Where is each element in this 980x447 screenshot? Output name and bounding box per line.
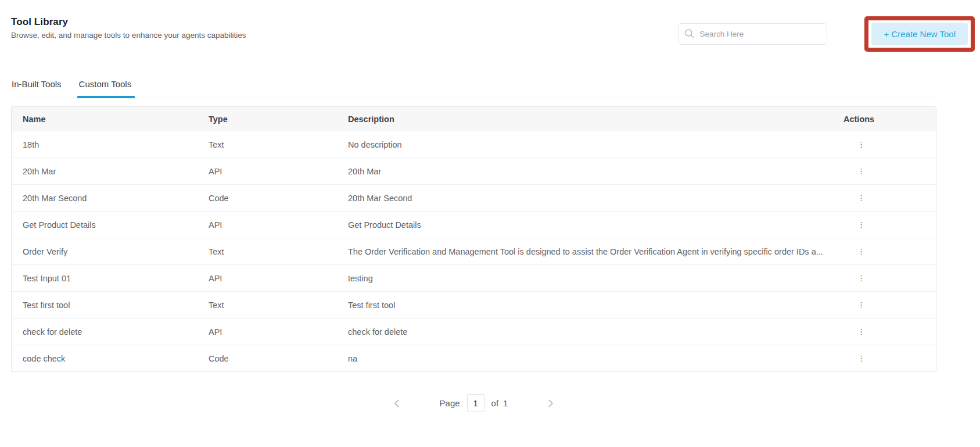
page-title: Tool Library	[11, 16, 246, 28]
table-row: 20th MarAPI20th Mar⋮	[12, 158, 936, 184]
tool-table-section: Name Type Description Actions 18thTextNo…	[11, 106, 936, 372]
actions-cell: ⋮	[843, 273, 925, 284]
page-subtitle: Browse, edit, and manage tools to enhanc…	[11, 31, 246, 40]
tool-type: API	[209, 274, 348, 283]
tool-name: code check	[23, 354, 209, 363]
actions-cell: ⋮	[843, 246, 925, 257]
tab-bar: In-Built Tools Custom Tools	[11, 79, 936, 98]
tool-name: 20th Mar Second	[23, 194, 209, 203]
table-row: Order VerifyTextThe Order Verification a…	[12, 238, 936, 264]
page-label: Page	[440, 398, 460, 408]
tool-name: Order Verify	[23, 247, 209, 256]
table-row: 18thTextNo description⋮	[12, 131, 936, 158]
page-number-input[interactable]	[467, 394, 484, 412]
tool-description: 20th Mar	[348, 167, 843, 176]
tool-description: The Order Verification and Management To…	[348, 247, 843, 256]
pagination: Page of 1	[11, 394, 936, 412]
column-header-type: Type	[209, 115, 348, 124]
actions-cell: ⋮	[843, 326, 925, 337]
actions-cell: ⋮	[843, 166, 925, 177]
column-header-actions: Actions	[843, 115, 925, 124]
row-actions-menu-icon[interactable]: ⋮	[854, 139, 868, 150]
row-actions-menu-icon[interactable]: ⋮	[854, 192, 868, 203]
tool-type: API	[209, 220, 348, 230]
table-row: Test Input 01APItesting⋮	[12, 264, 936, 291]
tool-description: No description	[348, 140, 843, 149]
row-actions-menu-icon[interactable]: ⋮	[854, 273, 868, 284]
column-header-name: Name	[23, 115, 209, 124]
actions-cell: ⋮	[843, 139, 925, 150]
tool-type: Text	[209, 301, 348, 310]
of-label: of	[491, 398, 499, 408]
table-row: Test first toolTextTest first tool⋮	[12, 291, 936, 318]
tool-description: Get Product Details	[348, 220, 843, 230]
table-row: check for deleteAPIcheck for delete⋮	[12, 318, 936, 345]
table-header-row: Name Type Description Actions	[12, 107, 936, 131]
row-actions-menu-icon[interactable]: ⋮	[854, 246, 868, 257]
tool-type: API	[209, 327, 348, 337]
tool-name: Get Product Details	[23, 220, 209, 230]
annotation-highlight-box: + Create New Tool	[864, 16, 975, 52]
previous-page-icon[interactable]	[390, 396, 404, 410]
top-bar: Tool Library Browse, edit, and manage to…	[0, 0, 980, 52]
actions-cell: ⋮	[843, 299, 925, 310]
row-actions-menu-icon[interactable]: ⋮	[854, 353, 868, 364]
tool-name: Test Input 01	[23, 274, 209, 283]
next-page-icon[interactable]	[544, 396, 558, 410]
search-icon	[684, 28, 695, 41]
tools-table: Name Type Description Actions 18thTextNo…	[11, 106, 936, 372]
tool-description: Test first tool	[348, 301, 843, 310]
tool-type: Text	[209, 247, 348, 256]
table-body: 18thTextNo description⋮20th MarAPI20th M…	[12, 131, 936, 371]
tool-type: Text	[209, 140, 348, 149]
tool-type: Code	[209, 354, 348, 363]
tab-in-built-tools[interactable]: In-Built Tools	[11, 79, 62, 98]
tool-description: 20th Mar Second	[348, 194, 843, 203]
column-header-description: Description	[348, 115, 843, 124]
tab-custom-tools[interactable]: Custom Tools	[78, 79, 132, 98]
search-input[interactable]	[678, 23, 827, 45]
search-box	[678, 23, 827, 45]
actions-cell: ⋮	[843, 219, 925, 230]
create-new-tool-button[interactable]: + Create New Tool	[871, 23, 968, 45]
top-right-controls: + Create New Tool	[678, 16, 975, 52]
actions-cell: ⋮	[843, 353, 925, 364]
row-actions-menu-icon[interactable]: ⋮	[854, 326, 868, 337]
table-row: Get Product DetailsAPIGet Product Detail…	[12, 211, 936, 238]
tool-name: Test first tool	[23, 301, 209, 310]
tool-type: API	[209, 167, 348, 176]
table-row: 20th Mar SecondCode20th Mar Second⋮	[12, 184, 936, 211]
tool-type: Code	[209, 194, 348, 203]
row-actions-menu-icon[interactable]: ⋮	[854, 299, 868, 310]
row-actions-menu-icon[interactable]: ⋮	[854, 219, 868, 230]
row-actions-menu-icon[interactable]: ⋮	[854, 166, 868, 177]
tool-description: testing	[348, 274, 843, 283]
tool-name: 20th Mar	[23, 167, 209, 176]
actions-cell: ⋮	[843, 192, 925, 203]
tool-description: na	[348, 354, 843, 363]
total-pages: 1	[503, 398, 508, 408]
tool-name: check for delete	[23, 327, 209, 337]
table-row: code checkCodena⋮	[12, 345, 936, 371]
tool-name: 18th	[23, 140, 209, 149]
tool-description: check for delete	[348, 327, 843, 337]
title-block: Tool Library Browse, edit, and manage to…	[11, 16, 246, 40]
